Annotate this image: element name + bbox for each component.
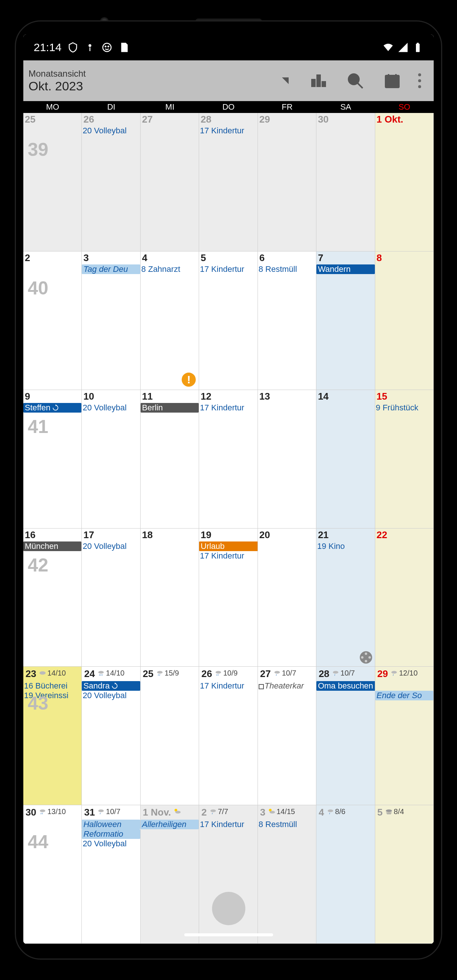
- event[interactable]: 17 Kindertur: [199, 681, 257, 691]
- day-cell[interactable]: 30: [316, 113, 375, 251]
- event-task[interactable]: Theaterkar: [258, 681, 316, 691]
- day-cell[interactable]: 29: [258, 113, 316, 251]
- event-holiday[interactable]: Reformatio: [82, 829, 140, 839]
- event-allday[interactable]: Urlaub: [199, 541, 257, 551]
- day-number: 12: [199, 390, 213, 403]
- event[interactable]: 17 Kindertur: [199, 403, 257, 413]
- svg-rect-6: [312, 79, 315, 87]
- event-holiday[interactable]: Allerheiligen: [141, 819, 199, 829]
- nav-home-indicator[interactable]: [212, 892, 245, 925]
- day-cell[interactable]: 58/4: [375, 805, 434, 944]
- day-cell[interactable]: 15 9 Frühstück: [375, 390, 434, 528]
- dow-mo: MO: [23, 101, 82, 113]
- event[interactable]: 20 Volleybal: [82, 403, 140, 413]
- event[interactable]: 8 Restmüll: [258, 264, 316, 274]
- day-cell[interactable]: 19 Urlaub 17 Kindertur: [199, 528, 257, 667]
- day-cell-today[interactable]: 2314/10 16 Bücherei 19 Vereinssi 43: [23, 667, 82, 805]
- day-cell[interactable]: 2414/10 Sandra 20 Volleybal: [82, 667, 140, 805]
- event[interactable]: 20 Volleybal: [82, 541, 140, 551]
- overflow-menu-button[interactable]: [411, 73, 428, 88]
- event[interactable]: 17 Kindertur: [199, 819, 257, 829]
- day-cell[interactable]: 48/6: [316, 805, 375, 944]
- day-cell[interactable]: 27: [141, 113, 199, 251]
- day-cell[interactable]: 28 17 Kindertur: [199, 113, 257, 251]
- day-cell[interactable]: 9 Steffen 41: [23, 390, 82, 528]
- stats-button[interactable]: [300, 62, 337, 99]
- nav-bar[interactable]: [184, 933, 273, 936]
- day-cell[interactable]: 1 Okt.: [375, 113, 434, 251]
- day-cell[interactable]: 22: [375, 528, 434, 667]
- calendar-grid: 25 39 26 20 Volleybal 27 28 17 Kindertur…: [23, 113, 434, 944]
- day-cell[interactable]: 314/15 8 Restmüll: [258, 805, 316, 944]
- event[interactable]: 8 Zahnarzt: [141, 264, 199, 274]
- day-cell[interactable]: 7 Wandern: [316, 251, 375, 390]
- today-button[interactable]: [374, 62, 411, 99]
- day-cell[interactable]: 3 Tag der Deu: [82, 251, 140, 390]
- dropdown-triangle-icon[interactable]: [282, 77, 289, 84]
- day-cell[interactable]: 13: [258, 390, 316, 528]
- day-cell[interactable]: 20: [258, 528, 316, 667]
- event[interactable]: 20 Volleybal: [82, 839, 140, 848]
- event[interactable]: 9 Frühstück: [375, 403, 433, 413]
- day-cell[interactable]: 2710/7 Theaterkar: [258, 667, 316, 805]
- day-cell[interactable]: 2810/7 Oma besuchen: [316, 667, 375, 805]
- alert-icon[interactable]: !: [181, 372, 197, 387]
- dow-fr: FR: [258, 101, 316, 113]
- svg-line-39: [41, 813, 41, 815]
- svg-point-0: [89, 44, 91, 47]
- day-cell[interactable]: 17 20 Volleybal: [82, 528, 140, 667]
- event[interactable]: 8 Restmüll: [258, 819, 316, 829]
- day-cell[interactable]: 3013/10 44: [23, 805, 82, 944]
- checkbox-icon[interactable]: [259, 684, 264, 689]
- day-cell[interactable]: 2515/9: [141, 667, 199, 805]
- day-cell[interactable]: 16 München 42: [23, 528, 82, 667]
- day-cell[interactable]: 3110/7 Halloween Reformatio 20 Volleybal: [82, 805, 140, 944]
- event[interactable]: 17 Kindertur: [199, 551, 257, 561]
- day-cell[interactable]: 26 20 Volleybal: [82, 113, 140, 251]
- day-number: 4: [317, 806, 325, 819]
- day-number: 29: [258, 113, 271, 126]
- day-number: 30: [24, 806, 38, 819]
- day-cell[interactable]: 11 Berlin: [141, 390, 199, 528]
- day-cell[interactable]: 14: [316, 390, 375, 528]
- day-number: 26: [82, 113, 95, 126]
- event[interactable]: 17 Kindertur: [199, 264, 257, 274]
- event-allday[interactable]: Oma besuchen: [316, 681, 375, 691]
- weather-rain-icon: 10/7: [332, 669, 355, 678]
- day-cell[interactable]: 18: [141, 528, 199, 667]
- svg-point-22: [98, 671, 104, 674]
- search-button[interactable]: [337, 62, 374, 99]
- day-cell[interactable]: 5 17 Kindertur: [199, 251, 257, 390]
- day-cell[interactable]: 1 Nov. Allerheiligen: [141, 805, 199, 944]
- event[interactable]: 17 Kindertur: [199, 126, 257, 135]
- day-number: 9: [23, 390, 32, 403]
- event[interactable]: 20 Volleybal: [82, 691, 140, 700]
- event[interactable]: 19 Kino: [316, 541, 374, 551]
- week-number: 41: [28, 416, 48, 438]
- event-holiday[interactable]: Halloween: [82, 819, 140, 829]
- day-cell[interactable]: 6 8 Restmüll: [258, 251, 316, 390]
- event-holiday[interactable]: Tag der Deu: [82, 264, 140, 274]
- event-holiday[interactable]: Ende der So: [375, 691, 433, 700]
- day-cell[interactable]: 2 40: [23, 251, 82, 390]
- weather-rain-icon: 10/7: [97, 807, 120, 816]
- day-cell[interactable]: 2610/9 17 Kindertur: [199, 667, 257, 805]
- event-allday[interactable]: Wandern: [316, 264, 374, 274]
- view-selector[interactable]: Monatsansicht Okt. 2023: [29, 68, 282, 93]
- event-allday[interactable]: Berlin: [141, 403, 199, 413]
- day-number: 10: [82, 390, 95, 403]
- svg-rect-4: [416, 44, 420, 52]
- event-allday[interactable]: München: [23, 541, 81, 551]
- day-cell[interactable]: 2912/10 Ende der So: [375, 667, 434, 805]
- day-cell[interactable]: 8: [375, 251, 434, 390]
- day-number: 16: [23, 528, 37, 541]
- day-cell[interactable]: 12 17 Kindertur: [199, 390, 257, 528]
- day-cell[interactable]: 10 20 Volleybal: [82, 390, 140, 528]
- event[interactable]: 16 Bücherei: [23, 681, 81, 691]
- event-allday[interactable]: Steffen: [23, 403, 81, 413]
- event-allday[interactable]: Sandra: [82, 681, 140, 691]
- day-cell[interactable]: 25 39: [23, 113, 82, 251]
- day-cell[interactable]: 4 8 Zahnarzt !: [141, 251, 199, 390]
- event[interactable]: 20 Volleybal: [82, 126, 140, 135]
- day-cell[interactable]: 21 19 Kino: [316, 528, 375, 667]
